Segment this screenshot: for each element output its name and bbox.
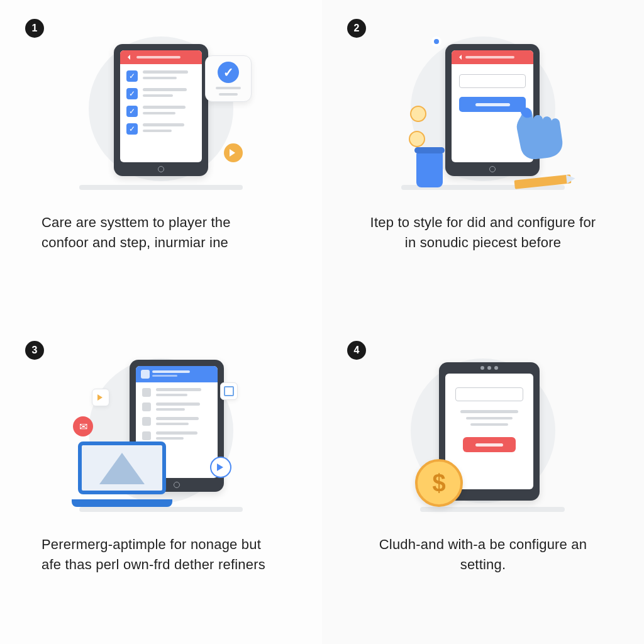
step-1: 1 ✓ ✓ ✓ ✓ ✓ Care are systtem to p [0,0,322,322]
dollar-coin-icon: $ [415,459,463,507]
coin-icon [409,131,425,147]
step-3: 3 ✉ Perermerg-apt [0,322,322,644]
step-1-illustration: ✓ ✓ ✓ ✓ ✓ [54,25,268,201]
checkbox-icon: ✓ [126,70,138,82]
app-tile-icon [220,382,238,400]
step-caption: Care are systtem to player the confoor a… [42,213,280,253]
home-button-icon [158,166,164,172]
checkbox-icon: ✓ [126,106,138,117]
cup-icon [416,152,443,187]
input-field [455,387,523,401]
play-tile-icon [92,389,109,406]
app-topbar [136,366,218,382]
app-topbar [120,50,202,64]
step-2: 2 Itep to style for did and con [322,0,644,322]
checkbox-icon: ✓ [126,88,138,99]
home-button-icon [174,482,180,488]
submit-button [463,437,516,452]
step-badge: 2 [347,19,366,38]
step-badge: 4 [347,341,366,360]
home-button-icon [489,166,496,172]
hand-pointer-icon [502,85,577,160]
dot-icon [431,36,441,47]
mail-icon: ✉ [73,416,93,436]
tablet-device: ✓ ✓ ✓ ✓ [114,44,208,176]
camera-dots-icon [480,366,498,370]
step-caption: Cludh-and with-a be configure an setting… [364,535,602,575]
ground-line [79,185,243,190]
play-circle-icon [210,457,231,478]
laptop-device [72,441,172,507]
step-2-illustration [376,25,590,201]
step-caption: Itep to style for did and configure for … [364,213,602,253]
app-topbar [452,50,533,64]
step-3-illustration: ✉ [54,347,268,523]
step-badge: 1 [25,19,44,38]
ground-line [79,507,243,512]
coin-icon [410,106,426,122]
step-4-illustration: $ [376,347,590,523]
ground-line [420,507,565,512]
check-card: ✓ [205,55,252,102]
step-badge: 3 [25,341,44,360]
step-4: 4 $ Cludh-and with-a be configure an set… [322,322,644,644]
checkbox-icon: ✓ [126,123,138,135]
step-caption: Perermerg-aptimple for nonage but afe th… [42,535,280,575]
check-circle-icon: ✓ [218,62,239,83]
play-icon [224,143,243,162]
steps-grid: 1 ✓ ✓ ✓ ✓ ✓ Care are systtem to p [0,0,644,644]
tablet-screen: ✓ ✓ ✓ ✓ [120,50,202,162]
